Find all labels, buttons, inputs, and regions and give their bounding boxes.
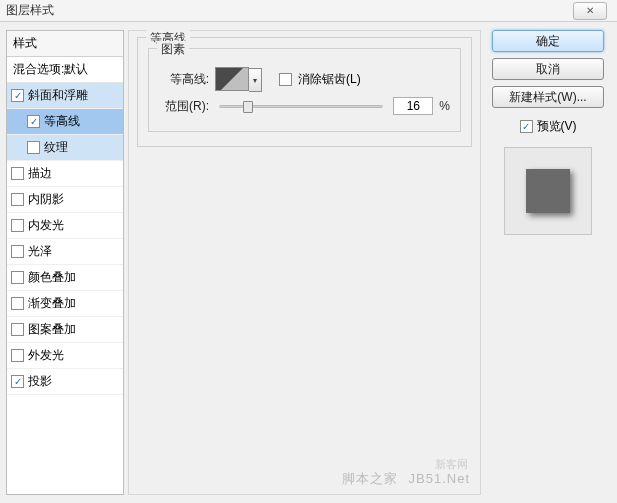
main-panel: 等高线 图素 等高线: ▾ 消除锯齿(L) 范围(R): <box>128 30 481 495</box>
style-item-contour[interactable]: 等高线 <box>7 109 123 135</box>
preview-checkbox[interactable] <box>520 120 533 133</box>
styles-header[interactable]: 样式 <box>7 31 123 57</box>
style-label: 渐变叠加 <box>28 295 76 312</box>
contour-row: 等高线: ▾ 消除锯齿(L) <box>159 67 450 91</box>
cancel-button[interactable]: 取消 <box>492 58 604 80</box>
style-item-pattern-overlay[interactable]: 图案叠加 <box>7 317 123 343</box>
new-style-button[interactable]: 新建样式(W)... <box>492 86 604 108</box>
style-label: 等高线 <box>44 113 80 130</box>
style-label: 描边 <box>28 165 52 182</box>
window-close-button[interactable]: ✕ <box>573 2 607 20</box>
range-slider[interactable] <box>219 105 383 108</box>
ok-button[interactable]: 确定 <box>492 30 604 52</box>
checkbox-contour[interactable] <box>27 115 40 128</box>
titlebar: 图层样式 ✕ <box>0 0 617 22</box>
antialias-label: 消除锯齿(L) <box>298 71 361 88</box>
checkbox-stroke[interactable] <box>11 167 24 180</box>
style-item-inner-glow[interactable]: 内发光 <box>7 213 123 239</box>
window-title: 图层样式 <box>6 2 573 19</box>
contour-label: 等高线: <box>159 71 209 88</box>
watermark-text-2: 脚本之家 JB51.Net <box>342 470 470 488</box>
checkbox-texture[interactable] <box>27 141 40 154</box>
blending-options-item[interactable]: 混合选项:默认 <box>7 57 123 83</box>
style-label: 图案叠加 <box>28 321 76 338</box>
right-column: 确定 取消 新建样式(W)... 预览(V) <box>485 30 611 495</box>
style-item-bevel[interactable]: 斜面和浮雕 <box>7 83 123 109</box>
range-input[interactable] <box>393 97 433 115</box>
style-label: 投影 <box>28 373 52 390</box>
preview-swatch-icon <box>526 169 570 213</box>
style-item-gradient-overlay[interactable]: 渐变叠加 <box>7 291 123 317</box>
style-label: 颜色叠加 <box>28 269 76 286</box>
style-label: 内阴影 <box>28 191 64 208</box>
style-item-texture[interactable]: 纹理 <box>7 135 123 161</box>
preview-toggle-row: 预览(V) <box>520 118 577 135</box>
watermark-text-1: 新客网 <box>435 457 468 472</box>
checkbox-inner-shadow[interactable] <box>11 193 24 206</box>
checkbox-inner-glow[interactable] <box>11 219 24 232</box>
range-label: 范围(R): <box>159 98 209 115</box>
checkbox-satin[interactable] <box>11 245 24 258</box>
style-item-outer-glow[interactable]: 外发光 <box>7 343 123 369</box>
preview-label: 预览(V) <box>537 118 577 135</box>
checkbox-pattern-overlay[interactable] <box>11 323 24 336</box>
close-icon: ✕ <box>586 5 594 16</box>
dialog-body: 样式 混合选项:默认 斜面和浮雕 等高线 纹理 描边 内阴影 内发光 光泽 <box>0 22 617 503</box>
checkbox-color-overlay[interactable] <box>11 271 24 284</box>
style-item-color-overlay[interactable]: 颜色叠加 <box>7 265 123 291</box>
range-row: 范围(R): % <box>159 97 450 115</box>
style-item-drop-shadow[interactable]: 投影 <box>7 369 123 395</box>
elements-group-label: 图素 <box>157 41 189 58</box>
style-label: 斜面和浮雕 <box>28 87 88 104</box>
slider-thumb-icon[interactable] <box>243 101 253 113</box>
range-unit: % <box>439 99 450 113</box>
checkbox-gradient-overlay[interactable] <box>11 297 24 310</box>
styles-panel: 样式 混合选项:默认 斜面和浮雕 等高线 纹理 描边 内阴影 内发光 光泽 <box>6 30 124 495</box>
style-label: 外发光 <box>28 347 64 364</box>
chevron-down-icon[interactable]: ▾ <box>249 68 262 92</box>
style-item-inner-shadow[interactable]: 内阴影 <box>7 187 123 213</box>
style-label: 光泽 <box>28 243 52 260</box>
checkbox-drop-shadow[interactable] <box>11 375 24 388</box>
style-label: 内发光 <box>28 217 64 234</box>
contour-picker[interactable]: ▾ <box>215 67 249 91</box>
antialias-checkbox[interactable] <box>279 73 292 86</box>
preview-thumbnail <box>504 147 592 235</box>
checkbox-bevel[interactable] <box>11 89 24 102</box>
style-item-stroke[interactable]: 描边 <box>7 161 123 187</box>
elements-group: 图素 等高线: ▾ 消除锯齿(L) 范围(R): % <box>148 48 461 132</box>
style-label: 纹理 <box>44 139 68 156</box>
style-item-satin[interactable]: 光泽 <box>7 239 123 265</box>
checkbox-outer-glow[interactable] <box>11 349 24 362</box>
contour-group: 等高线 图素 等高线: ▾ 消除锯齿(L) 范围(R): <box>137 37 472 147</box>
